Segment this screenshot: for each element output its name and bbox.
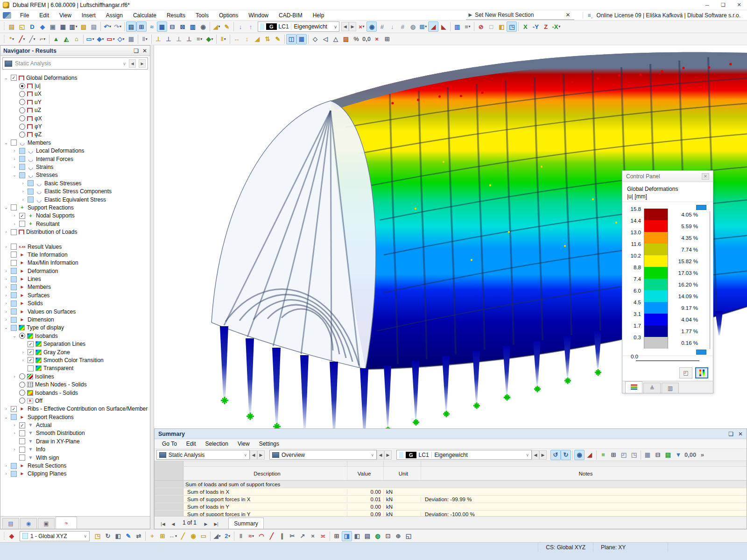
radio-button[interactable] — [19, 398, 25, 404]
tree-item-max-min-information[interactable]: ►Max/Min Information — [2, 259, 150, 267]
annotation-icon[interactable]: ✎ — [273, 34, 283, 44]
tree-item-members[interactable]: ›►Members — [2, 283, 150, 291]
tree-item-uy[interactable]: uY — [2, 98, 150, 106]
checkbox[interactable] — [19, 447, 25, 453]
maximize-button[interactable]: ❏ — [715, 0, 731, 10]
navigator-tab-results[interactable]: ≈ — [56, 517, 77, 529]
checkbox[interactable] — [11, 260, 17, 266]
next-button[interactable]: ▶ — [384, 450, 392, 460]
tree-item-internal-forces[interactable]: ›◡Internal Forces — [2, 155, 150, 163]
calculation-icon[interactable]: ≡▾ — [462, 21, 472, 32]
tree-item-elastic-stress-components[interactable]: ›◡Elastic Stress Components — [2, 187, 150, 195]
show-results-icon[interactable]: ◉ — [366, 21, 377, 32]
redo-icon[interactable]: ↷▾ — [113, 21, 123, 32]
checkbox[interactable] — [11, 268, 17, 274]
radio-button[interactable] — [19, 99, 25, 105]
dropdown-caret-icon[interactable]: ▾ — [44, 37, 46, 41]
snap-toggle-icon[interactable]: ⊕ — [393, 531, 403, 541]
dropdown-caret-icon[interactable]: ▾ — [92, 37, 94, 41]
save-icon[interactable]: ▦ — [58, 21, 68, 32]
checkbox[interactable]: ✓ — [28, 357, 34, 363]
expand-icon[interactable]: › — [3, 471, 9, 476]
dropdown-caret-icon[interactable]: ▾ — [218, 25, 220, 28]
collapse-icon[interactable]: ⌄ — [12, 334, 17, 338]
new-line-icon[interactable]: ╱▾ — [17, 34, 27, 44]
line-tool-icon[interactable]: ╱ — [267, 531, 277, 541]
tree-item-support-reactions[interactable]: ⌄+Support Reactions — [2, 203, 150, 211]
decimal-places-icon[interactable]: 0,0 — [361, 34, 372, 44]
scale-min-handle[interactable] — [696, 350, 706, 355]
table-view-icon[interactable]: ⊞ — [608, 450, 619, 460]
tree-item-local-deformations[interactable]: ›◡Local Deformations — [2, 147, 150, 155]
tab-color-scale[interactable] — [625, 381, 642, 393]
tables-toggle-icon[interactable]: ⊞ — [331, 531, 342, 541]
dropdown-caret-icon[interactable]: ▾ — [23, 37, 25, 41]
snap-guideline-icon[interactable]: ╱ — [178, 531, 188, 541]
new-block-icon[interactable]: ◇▾ — [116, 34, 126, 44]
collapse-icon[interactable]: ⌄ — [3, 415, 9, 420]
new-node-icon[interactable]: *▾ — [7, 34, 17, 44]
chevron-down-icon[interactable]: ∨ — [334, 24, 337, 29]
color-scale-icon[interactable]: ▨ — [341, 34, 351, 44]
imposed-load-icon[interactable]: ↑ — [246, 21, 256, 32]
checkbox[interactable] — [11, 229, 17, 235]
new-member-icon[interactable]: ▲ — [51, 34, 61, 44]
scale-max-handle[interactable] — [696, 205, 706, 210]
toolbar-grip[interactable] — [3, 532, 6, 540]
radio-button[interactable] — [19, 333, 25, 339]
table-row[interactable]: Sum of support forces in X0.01kNDeviatio… — [155, 496, 747, 503]
tree-item-smooth-distribution[interactable]: ›▼Smooth Distribution — [2, 429, 150, 437]
checkbox[interactable] — [19, 156, 25, 162]
checkbox[interactable] — [19, 430, 25, 436]
decimal-places-icon[interactable]: 0,00 — [684, 450, 697, 460]
expand-icon[interactable]: › — [3, 277, 9, 281]
collapse-icon[interactable]: ⌄ — [3, 325, 9, 330]
tree-item-deformation[interactable]: ›►Deformation — [2, 267, 150, 275]
checkbox[interactable] — [11, 244, 17, 250]
dropdown-caret-icon[interactable]: ▾ — [219, 534, 221, 538]
checkbox[interactable]: ✓ — [19, 213, 25, 219]
show-result-values-icon[interactable]: # — [377, 21, 387, 32]
checkbox[interactable] — [11, 252, 17, 258]
checkbox[interactable] — [11, 140, 17, 146]
dimension-linear-icon[interactable]: ↔ — [232, 34, 242, 44]
dropdown-caret-icon[interactable]: ▾ — [201, 37, 203, 41]
tree-item-off[interactable]: ×Off — [2, 397, 150, 405]
printout-report-icon[interactable]: ▤ — [89, 21, 99, 32]
save-as-template-icon[interactable]: ▣ — [48, 21, 58, 32]
expand-icon[interactable]: › — [3, 309, 9, 314]
coordinate-system-icon-icon[interactable]: ◆ — [7, 531, 17, 541]
previous-button[interactable]: ◀ — [377, 450, 384, 460]
checkbox[interactable] — [19, 221, 25, 227]
tree-item-solids[interactable]: ›►Solids — [2, 300, 150, 308]
navigator-tab-display[interactable]: ▤ — [2, 518, 19, 529]
set-new-result-section-field[interactable]: ▶ Set New Result Section ✕ — [466, 11, 574, 20]
dropdown-caret-icon[interactable]: ▾ — [102, 37, 104, 41]
expand-icon[interactable]: › — [12, 213, 17, 218]
dropdown-caret-icon[interactable]: ▾ — [113, 37, 115, 41]
delete-results-icon[interactable]: × — [372, 34, 382, 44]
close-icon[interactable]: ✕ — [738, 431, 743, 437]
polyline-tool-icon[interactable]: ≈▾ — [246, 531, 256, 541]
dropdown-caret-icon[interactable]: ▾ — [34, 37, 35, 41]
dropdown-caret-icon[interactable]: ▾ — [109, 25, 111, 28]
checkbox[interactable] — [28, 189, 34, 195]
show-max-values-icon[interactable]: # — [397, 21, 408, 32]
expand-icon[interactable]: › — [12, 148, 17, 153]
menu-help[interactable]: Help — [308, 10, 330, 21]
menu-calculate[interactable]: Calculate — [128, 10, 162, 21]
menu-edit[interactable]: Edit — [34, 10, 54, 21]
tree-item-z[interactable]: φZ — [2, 131, 150, 139]
tree-item-support-reactions[interactable]: ⌄►Support Reactions — [2, 413, 150, 421]
excel-export-icon[interactable]: ▤ — [663, 450, 673, 460]
extend-tool-icon[interactable]: ↗ — [297, 531, 308, 541]
tree-item-separation-lines[interactable]: ✓Separation Lines — [2, 340, 150, 348]
navigator-tab-views[interactable]: ◉ — [20, 518, 37, 529]
float-panel-icon[interactable]: ❏ — [728, 431, 733, 437]
tree-item-result-values[interactable]: ›x.xxResult Values — [2, 243, 150, 251]
tree-item-transparent[interactable]: Transparent — [2, 364, 150, 372]
radio-button[interactable] — [19, 132, 25, 138]
sync-view-icon[interactable]: ↻ — [561, 450, 571, 460]
new-line-between-icon[interactable]: ╱▾ — [27, 34, 37, 44]
cut-pattern-icon[interactable]: ▦ — [126, 34, 136, 44]
